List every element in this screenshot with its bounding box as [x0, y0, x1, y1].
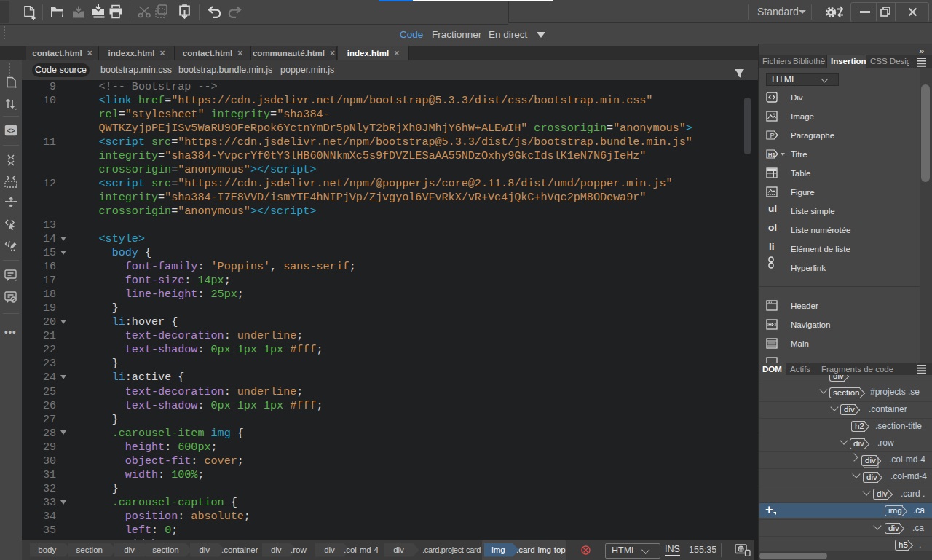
svg-text:<>: <> [7, 127, 15, 135]
